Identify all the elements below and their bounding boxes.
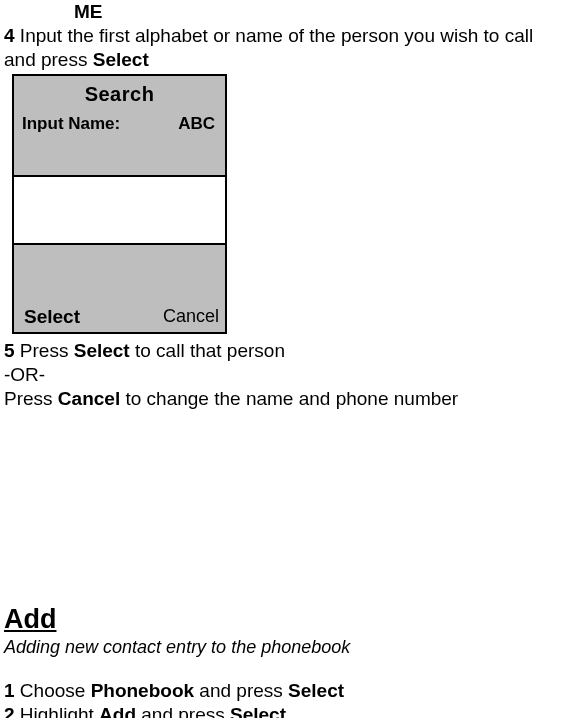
phone-top-area: Search Input Name: ABC xyxy=(14,76,225,174)
step-bold: Select xyxy=(288,680,344,701)
step-text: Press xyxy=(15,340,74,361)
step-text-tail: to call that person xyxy=(130,340,285,361)
step-text: Highlight xyxy=(15,704,100,719)
phone-input-row: Input Name: ABC xyxy=(14,107,225,174)
phone-softkey-bar: Select Cancel xyxy=(14,301,225,333)
or-separator: -OR- xyxy=(0,363,562,387)
step-num: 4 xyxy=(4,25,15,46)
step-text-tail: to change the name and phone number xyxy=(120,388,458,409)
select-button[interactable]: Select xyxy=(24,305,80,329)
input-name-label: Input Name: xyxy=(22,113,120,134)
step-bold: Select xyxy=(230,704,286,719)
step-text: Press xyxy=(4,388,58,409)
step-text: Choose xyxy=(15,680,91,701)
step-text: and press xyxy=(194,680,288,701)
step-num: 5 xyxy=(4,340,15,361)
step-bold: Cancel xyxy=(58,388,120,409)
input-mode-indicator: ABC xyxy=(178,113,215,134)
phone-input-field[interactable] xyxy=(14,175,225,245)
add-step-2: 2 Highlight Add and press Select xyxy=(0,703,562,719)
phone-title: Search xyxy=(14,82,225,107)
add-subtitle: Adding new contact entry to the phoneboo… xyxy=(0,636,562,659)
step-5b: Press Cancel to change the name and phon… xyxy=(0,387,562,411)
step-text: and press xyxy=(136,704,230,719)
step-bold: Phonebook xyxy=(91,680,194,701)
add-step-1: 1 Choose Phonebook and press Select xyxy=(0,679,562,703)
step-text: Input the first alphabet or name of the … xyxy=(4,25,533,70)
add-heading: Add xyxy=(0,603,562,637)
phone-spacer xyxy=(14,245,225,301)
step-num: 2 xyxy=(4,704,15,719)
step-bold: Select xyxy=(93,49,149,70)
me-label: ME xyxy=(0,0,562,24)
step-bold: Select xyxy=(74,340,130,361)
phone-screen: Search Input Name: ABC Select Cancel xyxy=(12,74,227,334)
cancel-button[interactable]: Cancel xyxy=(163,305,219,328)
step-5: 5 Press Select to call that person xyxy=(0,339,562,363)
step-4: 4 Input the first alphabet or name of th… xyxy=(0,24,562,72)
step-num: 1 xyxy=(4,680,15,701)
step-bold: Add xyxy=(99,704,136,719)
